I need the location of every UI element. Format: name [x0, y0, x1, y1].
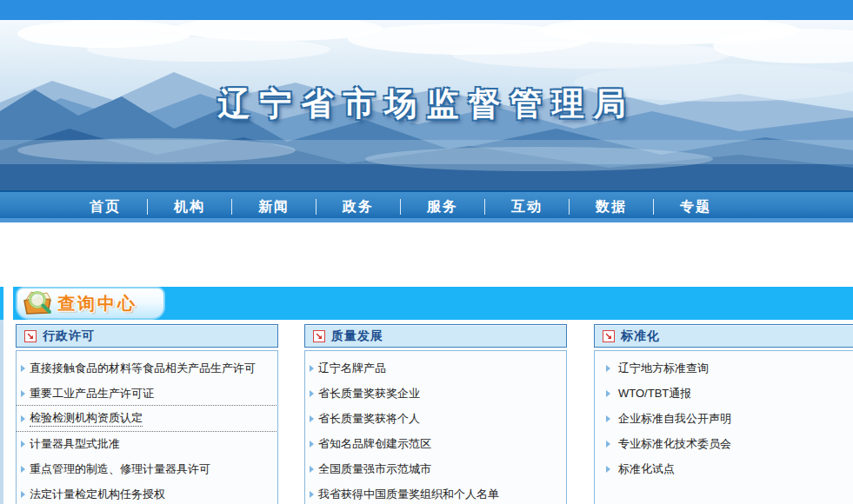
red-corner-arrow-icon [603, 330, 615, 342]
arrow-bullet-icon [21, 466, 25, 473]
query-center-label: 查询中心 [57, 292, 137, 315]
arrow-bullet-icon [310, 441, 314, 448]
panel-body: 辽宁地方标准查询 WTO/TBT通报 企业标准自我公开声明 专业标准化技术委员会… [594, 350, 853, 504]
arrow-bullet-icon [606, 466, 610, 473]
panel-title: 标准化 [621, 328, 660, 344]
arrow-bullet-icon [21, 415, 25, 422]
link-item[interactable]: 省长质量奖获将个人 [305, 406, 566, 431]
link-item[interactable]: 直接接触食品的材料等食品相关产品生产许可 [17, 355, 277, 381]
panel-header: 标准化 [594, 324, 853, 348]
panel-quality-development: 质量发展 辽宁名牌产品 省长质量奖获奖企业 省长质量奖获将个人 省知名品牌创建示… [304, 324, 567, 504]
arrow-bullet-icon [21, 491, 25, 498]
magnifier-books-icon [19, 287, 57, 318]
query-center-tab[interactable]: 查询中心 [16, 287, 165, 320]
link-item[interactable]: 省知名品牌创建示范区 [305, 431, 566, 456]
main-nav: 首页 机构 新闻 政务 服务 互动 数据 专题 [0, 190, 853, 222]
nav-item-organization[interactable]: 机构 [148, 198, 231, 216]
red-corner-arrow-icon [313, 330, 325, 342]
panel-header: 质量发展 [304, 324, 567, 348]
left-edge-strip [0, 287, 3, 504]
panel-standardization: 标准化 辽宁地方标准查询 WTO/TBT通报 企业标准自我公开声明 专业标准化技… [594, 324, 853, 504]
link-item[interactable]: 专业标准化技术委员会 [595, 431, 853, 456]
panel-header: 行政许可 [16, 324, 278, 348]
arrow-bullet-icon [310, 390, 314, 397]
link-item[interactable]: 标准化试点 [595, 456, 853, 481]
link-item[interactable]: 法定计量检定机构任务授权 [17, 481, 277, 504]
arrow-bullet-icon [606, 390, 610, 397]
link-item[interactable]: WTO/TBT通报 [595, 381, 853, 406]
arrow-bullet-icon [21, 365, 25, 372]
link-item[interactable]: 重点管理的制造、修理计量器具许可 [17, 456, 277, 481]
nav-separator [569, 199, 570, 215]
arrow-bullet-icon [310, 491, 314, 498]
arrow-bullet-icon [606, 365, 610, 372]
arrow-bullet-icon [606, 441, 610, 448]
nav-separator [147, 199, 148, 215]
panel-administrative-licensing: 行政许可 直接接触食品的材料等食品相关产品生产许可 重要工业产品生产许可证 检验… [16, 324, 278, 504]
nav-item-government-affairs[interactable]: 政务 [317, 198, 400, 216]
link-item[interactable]: 我省获得中国质量奖组织和个人名单 [305, 481, 566, 504]
link-item[interactable]: 全国质量强市示范城市 [305, 456, 566, 481]
link-item[interactable]: 重要工业产品生产许可证 [17, 381, 277, 406]
panel-title: 行政许可 [43, 328, 95, 344]
arrow-bullet-icon [21, 441, 25, 448]
nav-item-data[interactable]: 数据 [570, 198, 653, 216]
nav-separator [400, 199, 401, 215]
panel-body: 直接接触食品的材料等食品相关产品生产许可 重要工业产品生产许可证 检验检测机构资… [16, 350, 278, 504]
arrow-bullet-icon [310, 365, 314, 372]
panel-body: 辽宁名牌产品 省长质量奖获奖企业 省长质量奖获将个人 省知名品牌创建示范区 全国… [304, 350, 567, 504]
link-item[interactable]: 企业标准自我公开声明 [595, 406, 853, 431]
link-item[interactable]: 辽宁地方标准查询 [595, 355, 853, 381]
arrow-bullet-icon [21, 390, 25, 397]
panel-title: 质量发展 [331, 328, 383, 344]
red-corner-arrow-icon [24, 330, 37, 342]
banner: 辽宁省市场监督管理局 [0, 20, 853, 190]
nav-separator [316, 199, 317, 215]
nav-item-news[interactable]: 新闻 [232, 198, 316, 216]
arrow-bullet-icon [310, 415, 314, 422]
site-title: 辽宁省市场监督管理局 [0, 83, 853, 126]
link-item[interactable]: 省长质量奖获奖企业 [305, 381, 566, 406]
link-item[interactable]: 计量器具型式批准 [17, 431, 277, 456]
link-item-focused[interactable]: 检验检测机构资质认定 [17, 406, 277, 431]
nav-item-interaction[interactable]: 互动 [485, 198, 569, 216]
arrow-bullet-icon [310, 466, 314, 473]
arrow-bullet-icon [606, 415, 610, 422]
nav-item-topics[interactable]: 专题 [654, 198, 737, 216]
nav-item-services[interactable]: 服务 [401, 198, 484, 216]
nav-separator [653, 199, 654, 215]
nav-separator [484, 199, 485, 215]
nav-item-home[interactable]: 首页 [63, 198, 147, 216]
nav-separator [231, 199, 232, 215]
link-item[interactable]: 辽宁名牌产品 [305, 355, 566, 381]
top-bar [0, 0, 853, 20]
